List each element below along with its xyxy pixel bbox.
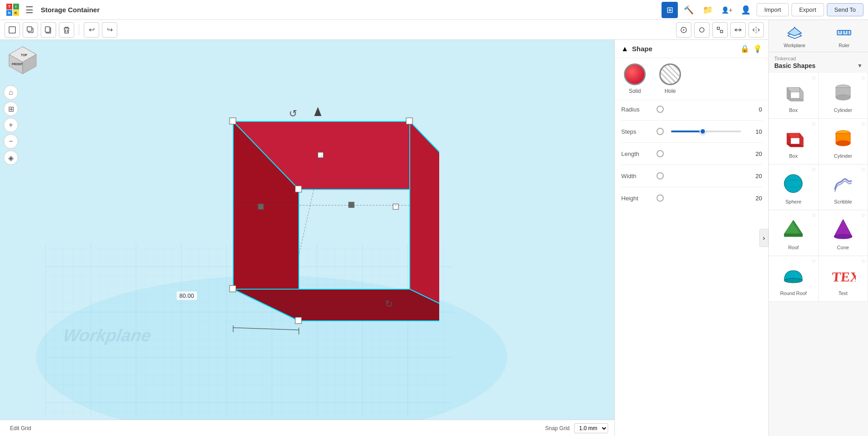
hole-label: Hole	[665, 88, 676, 94]
snap-grid-label: Snap Grid	[545, 425, 570, 431]
svg-marker-19	[233, 289, 439, 321]
category-arrow[interactable]: ▼	[857, 63, 863, 69]
box-gray-fav[interactable]: ☆	[811, 75, 816, 81]
home-button[interactable]: ⌂	[4, 85, 18, 100]
svg-point-58	[836, 95, 850, 100]
solid-hole-selector: Solid Hole	[615, 58, 768, 100]
svg-rect-2	[27, 27, 32, 31]
shape-cone-purple[interactable]: Cone ☆	[819, 210, 868, 256]
shapes-grid: Box ☆ Cylinder ☆	[769, 73, 868, 302]
shape-box-red[interactable]: Box ☆	[769, 119, 819, 165]
info-icon[interactable]: 💡	[753, 44, 762, 53]
round-roof-fav[interactable]: ☆	[811, 258, 816, 264]
length-label: Length	[621, 150, 653, 157]
shape-text[interactable]: TEXT Text ☆	[819, 256, 868, 302]
undo-button[interactable]: ↩	[84, 22, 99, 38]
shape-sphere-label: Sphere	[786, 199, 801, 204]
height-radio[interactable]	[657, 194, 664, 202]
lock-icon[interactable]: 🔒	[740, 44, 749, 53]
zoom-in-button[interactable]: +	[4, 118, 18, 132]
width-label: Width	[621, 173, 653, 179]
profile-button[interactable]: 👤	[738, 2, 754, 18]
scribble-fav[interactable]: ☆	[861, 166, 866, 173]
mirror-btn[interactable]	[748, 22, 764, 38]
import-button[interactable]: Import	[757, 3, 789, 16]
length-radio[interactable]	[657, 150, 664, 157]
redo-button[interactable]: ↪	[102, 22, 117, 38]
shape-box-gray-label: Box	[789, 107, 798, 113]
shape-panel-title: Shape	[632, 45, 737, 53]
distribute-btn[interactable]	[730, 22, 746, 38]
workplane-button[interactable]: Workplane	[784, 24, 806, 48]
logo-n: N	[6, 10, 12, 16]
snap-grid-select[interactable]: 1.0 mm 0.5 mm 2.0 mm	[574, 423, 608, 433]
hammer-button[interactable]: 🔨	[681, 2, 697, 18]
viewport[interactable]: Workplane	[0, 40, 614, 436]
steps-slider[interactable]	[671, 131, 741, 132]
hamburger-icon[interactable]: ☰	[25, 5, 34, 15]
svg-rect-0	[9, 27, 15, 33]
width-radio[interactable]	[657, 172, 664, 179]
cylinder-gray-fav[interactable]: ☆	[861, 75, 866, 81]
delete-button[interactable]	[59, 22, 74, 38]
shape-cylinder-gray[interactable]: Cylinder ☆	[819, 73, 868, 119]
perspective-button[interactable]: ◈	[4, 150, 18, 165]
length-row: Length 20	[621, 150, 762, 157]
edit-grid-button[interactable]: Edit Grid	[6, 423, 35, 433]
roof-fav[interactable]: ☆	[811, 212, 816, 218]
align-btn[interactable]	[694, 22, 710, 38]
shape-round-roof[interactable]: Round Roof ☆	[769, 256, 819, 302]
radius-label: Radius	[621, 106, 653, 113]
cone-fav[interactable]: ☆	[861, 212, 866, 218]
category-label: Basic Shapes	[774, 62, 855, 69]
ruler-button[interactable]: Ruler	[835, 24, 853, 48]
svg-point-73	[784, 278, 802, 283]
add-user-button[interactable]: 👤+	[719, 2, 735, 18]
text-fav[interactable]: ☆	[861, 258, 866, 264]
new-shape-button[interactable]	[5, 22, 20, 38]
height-value: 20	[748, 195, 762, 202]
shape-round-roof-label: Round Roof	[780, 291, 807, 296]
svg-text:TEXT: TEXT	[831, 269, 855, 285]
svg-text:↺: ↺	[289, 108, 297, 119]
shape-cylinder-orange[interactable]: Cylinder ☆	[819, 119, 868, 165]
svg-line-33	[233, 328, 299, 330]
align2-btn[interactable]	[712, 22, 728, 38]
zoom-out-button[interactable]: −	[4, 134, 18, 149]
box-red-fav[interactable]: ☆	[811, 121, 816, 127]
radius-radio[interactable]	[657, 106, 664, 113]
svg-rect-29	[349, 202, 354, 208]
send-to-button[interactable]: Send To	[827, 3, 863, 16]
collapse-icon[interactable]: ▲	[621, 45, 628, 53]
cylinder-orange-fav[interactable]: ☆	[861, 121, 866, 127]
svg-point-66	[784, 174, 802, 193]
svg-rect-21	[406, 118, 412, 124]
snap-icon-btn[interactable]	[676, 22, 691, 38]
svg-text:↻: ↻	[385, 298, 393, 310]
grid-view-button[interactable]: ⊞	[662, 2, 678, 18]
radius-value: 0	[748, 106, 762, 113]
steps-radio[interactable]	[657, 128, 664, 135]
hole-option[interactable]: Hole	[659, 63, 681, 94]
shape-box-gray[interactable]: Box ☆	[769, 73, 819, 119]
logo-t: T	[6, 4, 12, 10]
logo-i: I	[13, 4, 19, 10]
duplicate-button[interactable]	[23, 22, 38, 38]
shape-sphere-blue[interactable]: Sphere ☆	[769, 165, 819, 210]
fit-view-button[interactable]: ⊞	[4, 102, 18, 116]
shape-panel-header: ▲ Shape 🔒 💡	[615, 40, 768, 58]
sphere-fav[interactable]: ☆	[811, 166, 816, 173]
solid-option[interactable]: Solid	[624, 63, 646, 94]
folder-button[interactable]: 📁	[700, 2, 716, 18]
svg-rect-25	[295, 317, 302, 324]
export-button[interactable]: Export	[791, 3, 824, 16]
shapes-library: Workplane Ruler Tinkercad Bas	[768, 20, 868, 436]
copy-button[interactable]	[41, 22, 56, 38]
view-cube[interactable]: TOP FRONT	[5, 44, 41, 81]
shape-roof-green[interactable]: Roof ☆	[769, 210, 819, 256]
panel-scroll-arrow[interactable]: ›	[759, 229, 768, 247]
length-value: 20	[748, 150, 762, 157]
height-label: Height	[621, 195, 653, 202]
shape-properties: Radius 0 Steps 10	[615, 100, 768, 207]
shape-scribble[interactable]: Scribble ☆	[819, 165, 868, 210]
